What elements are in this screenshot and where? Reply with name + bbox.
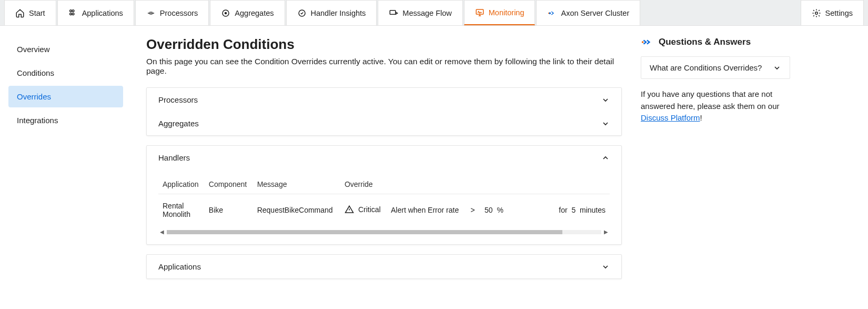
sidebar-item-overview[interactable]: Overview <box>8 38 123 60</box>
chevron-down-icon <box>601 96 610 104</box>
sidebar-item-conditions[interactable]: Conditions <box>8 62 123 84</box>
tab-message-flow[interactable]: Message Flow <box>378 0 462 25</box>
monitor-icon <box>475 8 485 17</box>
qa-logo-icon <box>641 36 652 48</box>
handlers-body: Application Component Message Override R… <box>147 170 621 244</box>
apps-icon <box>68 8 78 18</box>
handlers-table: Application Component Message Override R… <box>158 175 610 226</box>
tab-monitoring[interactable]: Monitoring <box>464 0 536 25</box>
tab-start[interactable]: Start <box>4 0 56 25</box>
accordion-applications[interactable]: Applications <box>147 255 621 278</box>
col-message: Message <box>253 175 340 194</box>
cluster-icon <box>547 8 557 18</box>
svg-point-11 <box>815 12 817 14</box>
tab-label: Monitoring <box>489 8 524 17</box>
accordion-title: Processors <box>158 95 198 104</box>
questions-panel: Questions & Answers What are Conditions … <box>637 26 800 309</box>
chevron-up-icon <box>601 154 610 162</box>
qa-title: Questions & Answers <box>659 37 751 47</box>
page-title: Overridden Conditions <box>146 36 622 53</box>
top-nav: Start Applications Processors Aggregates… <box>0 0 868 25</box>
scroll-track[interactable] <box>167 230 601 234</box>
tab-settings[interactable]: Settings <box>801 0 864 25</box>
sidebar: Overview Conditions Overrides Integratio… <box>0 26 132 309</box>
tab-label: Processors <box>160 9 198 17</box>
cell-for: for 5 minutes <box>508 194 610 226</box>
accordion-title: Aggregates <box>158 119 199 128</box>
table-row[interactable]: Rental Monolith Bike RequestBikeCommand … <box>158 194 610 226</box>
cell-operator: > <box>466 194 479 226</box>
accordion-title: Applications <box>158 262 201 271</box>
gear-icon <box>812 8 821 18</box>
section-handlers: Handlers Application Component Message O… <box>146 145 622 245</box>
accordion-aggregates[interactable]: Aggregates <box>147 112 621 135</box>
horizontal-scrollbar[interactable]: ◀ ▶ <box>158 229 610 235</box>
tab-applications[interactable]: Applications <box>57 0 134 25</box>
tab-label: Axon Server Cluster <box>561 9 629 17</box>
tab-axon-cluster[interactable]: Axon Server Cluster <box>536 0 640 25</box>
chevron-down-icon <box>601 119 610 128</box>
tab-aggregates[interactable]: Aggregates <box>210 0 285 25</box>
scroll-right-icon[interactable]: ▶ <box>602 229 610 235</box>
tab-label: Aggregates <box>235 9 274 17</box>
qa-title-row: Questions & Answers <box>641 36 790 48</box>
svg-point-3 <box>72 13 74 15</box>
tab-label: Handler Insights <box>311 9 366 17</box>
flow-icon <box>389 8 398 18</box>
svg-point-12 <box>642 41 644 43</box>
cell-application: Rental Monolith <box>158 194 205 226</box>
processors-icon <box>146 8 156 18</box>
main-area: Overview Conditions Overrides Integratio… <box>0 25 868 309</box>
home-icon <box>15 8 25 18</box>
qa-footer: If you have any questions that are not a… <box>641 88 790 124</box>
svg-rect-7 <box>390 10 396 14</box>
col-override: Override <box>340 175 610 194</box>
chevron-down-icon <box>773 64 781 72</box>
page-description: On this page you can see the Condition O… <box>146 57 622 76</box>
insights-icon <box>297 8 307 18</box>
faq-item[interactable]: What are Conditions Overrides? <box>641 56 790 79</box>
accordion-processors[interactable]: Processors <box>147 88 621 112</box>
svg-point-0 <box>69 9 72 12</box>
accordion-handlers[interactable]: Handlers <box>147 146 621 170</box>
tab-label: Applications <box>82 9 123 17</box>
tab-processors[interactable]: Processors <box>135 0 209 25</box>
chevron-down-icon <box>601 263 610 271</box>
sidebar-item-integrations[interactable]: Integrations <box>8 109 123 131</box>
tab-handler-insights[interactable]: Handler Insights <box>286 0 377 25</box>
nav-spacer <box>641 0 799 25</box>
warning-icon <box>345 205 354 214</box>
cell-severity: Critical <box>340 194 387 226</box>
section-processors-aggregates: Processors Aggregates <box>146 87 622 136</box>
tab-label: Settings <box>825 9 853 17</box>
col-application: Application <box>158 175 205 194</box>
tab-label: Start <box>29 9 45 17</box>
discuss-link[interactable]: Discuss Platform <box>641 113 700 122</box>
svg-point-2 <box>69 13 72 15</box>
section-applications: Applications <box>146 254 622 279</box>
svg-point-1 <box>72 9 74 12</box>
svg-point-10 <box>548 12 549 13</box>
faq-question: What are Conditions Overrides? <box>650 63 762 72</box>
aggregates-icon <box>221 8 230 18</box>
cell-component: Bike <box>205 194 253 226</box>
scroll-left-icon[interactable]: ◀ <box>158 229 166 235</box>
tab-label: Message Flow <box>402 9 451 17</box>
cell-message: RequestBikeCommand <box>253 194 340 226</box>
content: Overridden Conditions On this page you c… <box>132 26 637 309</box>
sidebar-item-overrides[interactable]: Overrides <box>8 86 123 107</box>
cell-value: 50 % <box>479 194 508 226</box>
severity-label: Critical <box>358 205 381 214</box>
svg-point-5 <box>225 12 227 14</box>
cell-alert-text: Alert when Error rate <box>387 194 466 226</box>
col-component: Component <box>205 175 253 194</box>
accordion-title: Handlers <box>158 153 190 162</box>
